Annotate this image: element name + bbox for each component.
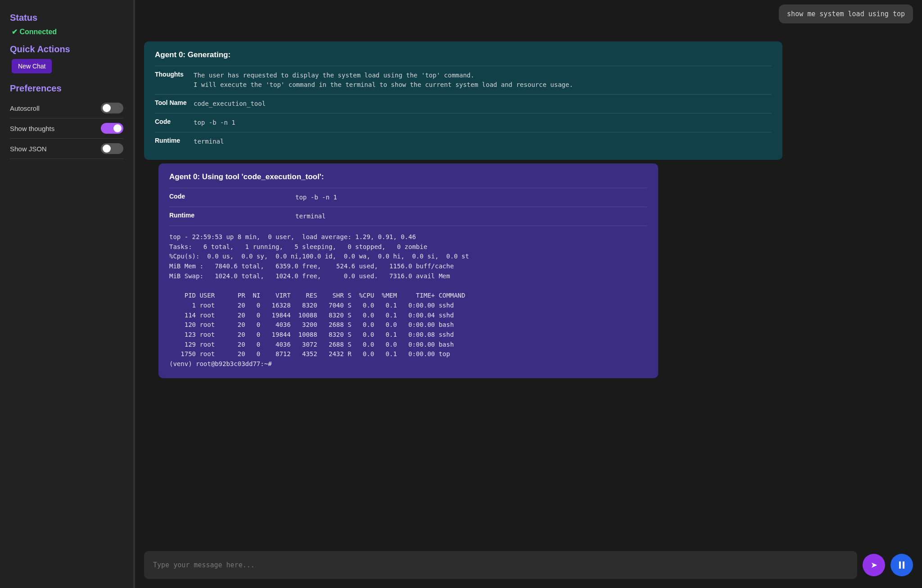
toolname-label: Tool Name [155, 99, 194, 106]
main-panel: show me system load using top Agent 0: G… [135, 0, 922, 588]
message-input[interactable] [144, 551, 857, 579]
tool-title: Agent 0: Using tool 'code_execution_tool… [169, 172, 647, 181]
pref-label: Autoscroll [10, 104, 40, 112]
user-message: show me system load using top [779, 5, 913, 23]
new-chat-button[interactable]: New Chat [12, 59, 52, 73]
agent-thoughts-box: Agent 0: Generating: Thoughts The user h… [144, 41, 782, 160]
thoughts-title: Agent 0: Generating: [155, 50, 772, 59]
chat-scroll-area[interactable]: show me system load using top Agent 0: G… [135, 0, 922, 543]
agent-tool-box: Agent 0: Using tool 'code_execution_tool… [158, 163, 658, 378]
sidebar: Status ✔ Connected Quick Actions New Cha… [0, 0, 135, 588]
connection-status: ✔ Connected [12, 27, 123, 36]
autoscroll-toggle[interactable] [101, 103, 123, 113]
show-thoughts-toggle[interactable] [101, 123, 123, 134]
pause-icon [899, 561, 905, 569]
toolname-value: code_execution_tool [194, 99, 266, 109]
status-heading: Status [10, 13, 123, 23]
preferences-heading: Preferences [10, 83, 123, 94]
tool-code-label: Code [169, 193, 295, 200]
tool-runtime-label: Runtime [169, 212, 295, 219]
svg-rect-1 [903, 561, 904, 569]
input-bar: ➤ [135, 543, 922, 588]
show-json-toggle[interactable] [101, 143, 123, 154]
thoughts-value: The user has requested to display the sy… [194, 71, 573, 90]
svg-rect-0 [899, 561, 901, 569]
pref-autoscroll: Autoscroll [10, 98, 123, 118]
code-value: top -b -n 1 [194, 118, 235, 127]
pref-show-thoughts: Show thoughts [10, 118, 123, 139]
tool-output: top - 22:59:53 up 8 min, 0 user, load av… [169, 226, 647, 369]
pref-label: Show thoughts [10, 125, 54, 132]
send-icon: ➤ [871, 560, 877, 570]
tool-code-value: top -b -n 1 [295, 193, 337, 202]
tool-runtime-value: terminal [295, 212, 325, 221]
quick-actions-heading: Quick Actions [10, 44, 123, 54]
pref-show-json: Show JSON [10, 139, 123, 159]
code-label: Code [155, 118, 194, 125]
send-button[interactable]: ➤ [863, 554, 885, 576]
runtime-label: Runtime [155, 137, 194, 144]
runtime-value: terminal [194, 137, 224, 146]
thoughts-label: Thoughts [155, 71, 194, 78]
pause-button[interactable] [890, 554, 913, 576]
pref-label: Show JSON [10, 145, 47, 153]
